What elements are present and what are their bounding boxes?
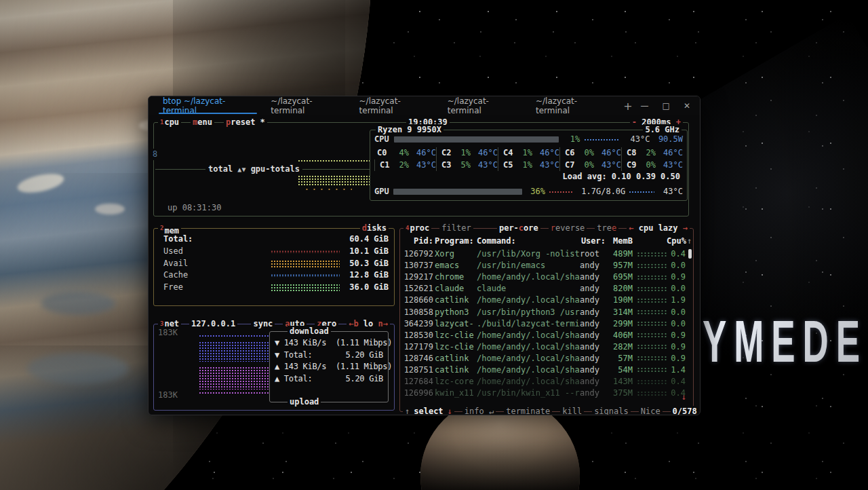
gpu-row: GPU 36% 1.7G/8.0G 43°C [374, 186, 683, 197]
terminal-tab[interactable]: ~/lazycat-terminal [527, 96, 615, 115]
process-row[interactable]: 127179 lzc-clie /home/andy/.local/sha an… [401, 341, 692, 353]
cpu-cell: 0.9 [667, 353, 686, 364]
reverse-toggle[interactable]: reverse [549, 223, 587, 234]
mem-graph [271, 260, 340, 267]
process-row[interactable]: 126996 kwin_x11 /usr/bin/kwin_x11 --r an… [401, 388, 692, 399]
disks-toggle[interactable]: disks [360, 223, 389, 234]
program-cell: catlink [435, 295, 475, 306]
info-button[interactable]: info ↵ [462, 406, 496, 415]
upload-total: ▲ Total:5.20 GiB [275, 373, 383, 385]
sort-selector[interactable]: ← cpu lazy → [627, 223, 690, 234]
core-cell: C5 1% 43°C [498, 159, 559, 172]
filter-button[interactable]: filter [439, 223, 473, 234]
process-row[interactable]: 130858 python3 /usr/bin/python3 /usr and… [401, 306, 692, 318]
proc-panel: 4proc filter per-core reverse tree ← cpu… [399, 228, 694, 412]
program-cell: lazycat- [435, 318, 475, 330]
wallpaper-title: YMEDE [703, 307, 867, 376]
load-average: Load avg: 0.10 0.39 0.50 [563, 171, 680, 183]
tab-label: ~/lazycat-terminal [271, 96, 341, 115]
scrollbar-thumb[interactable] [688, 249, 692, 259]
menu-button[interactable]: menu [191, 117, 214, 128]
program-cell: python3 [435, 307, 475, 318]
cpu-meter [394, 136, 559, 143]
net-interface-switcher[interactable]: ←b lo n→ [347, 318, 390, 330]
scroll-down-icon[interactable]: ↓ [682, 392, 686, 403]
process-row[interactable]: 128660 catlink /home/andy/.local/sha and… [401, 295, 692, 306]
cpu-mini-graph [637, 391, 667, 396]
cpu-total-graph [298, 159, 370, 162]
mem-row-value: 36.0 GiB [340, 282, 389, 293]
signals-button[interactable]: signals [592, 406, 631, 415]
cpu-panel: 1cpu menu preset * 19:00:39 - 2000ms + 8… [153, 122, 689, 216]
cpu-mini-graph [637, 309, 667, 315]
mem-row-value: 12.8 GiB [340, 269, 389, 281]
command-cell: /home/andy/.local/sha [477, 376, 578, 388]
select-control[interactable]: ↑select↓ [403, 406, 454, 415]
pid-cell: 127684 [403, 376, 433, 388]
mem-row: Free 36.0 GiB [154, 282, 394, 294]
command-cell: /home/andy/.local/sha [477, 341, 578, 353]
per-core-toggle[interactable]: per-core [497, 223, 540, 234]
cpu-mini-graph [637, 356, 667, 361]
program-cell: catlink [435, 364, 475, 376]
process-row[interactable]: 152621 claude claude andy 820M 0.0 [401, 283, 692, 295]
preset-button[interactable]: preset * [224, 117, 267, 128]
btop-app: 1cpu menu preset * 19:00:39 - 2000ms + 8… [149, 115, 700, 415]
graph-mode-toggle[interactable]: total ▲▼ gpu-totals [205, 164, 302, 175]
cpu-mini-graph [637, 298, 667, 303]
process-table-header[interactable]: Pid: Program: Command: User: MemB Cpu% ↑ [401, 235, 692, 247]
terminal-tab[interactable]: ~/lazycat-terminal [439, 96, 527, 115]
mem-row-label: Avail [163, 258, 188, 269]
maximize-icon[interactable]: □ [663, 101, 670, 111]
process-row[interactable]: 128746 catlink /home/andy/.local/sha and… [401, 353, 692, 364]
cpu-mini-graph [637, 321, 667, 326]
terminal-tab[interactable]: ~/lazycat-terminal [262, 96, 350, 115]
cpu-mini-graph [637, 252, 667, 257]
mem-row-value: 50.3 GiB [340, 258, 389, 269]
process-row[interactable]: 129217 chrome /home/andy/.local/sha andy… [401, 271, 692, 283]
close-icon[interactable]: ✕ [684, 101, 690, 111]
terminate-button[interactable]: terminate [504, 406, 552, 415]
user-cell: andy [580, 388, 606, 399]
mem-graph [271, 284, 340, 291]
mem-row-label: Cache [163, 269, 188, 281]
tree-toggle[interactable]: tree [595, 223, 618, 234]
net-sync-button[interactable]: sync [251, 318, 275, 330]
terminal-tab[interactable]: btop ~/lazycat-terminal [154, 96, 262, 115]
terminal-tab[interactable]: ~/lazycat-terminal [351, 96, 439, 115]
process-row[interactable]: 128751 catlink /home/andy/.local/sha and… [401, 364, 692, 376]
core-cell: C9 0% 43°C [621, 159, 683, 172]
process-row[interactable]: 127684 lzc-core /home/andy/.local/sha an… [401, 376, 692, 388]
process-row[interactable]: 128530 lzc-clie /home/andy/.local/sha an… [401, 330, 692, 341]
core-cell: C3 5% 43°C [436, 159, 498, 172]
cpu-mini-graph [637, 367, 667, 373]
user-cell: andy [580, 364, 606, 376]
mem-cell: 299M [607, 318, 633, 330]
interval-decrease-button[interactable]: - [632, 117, 637, 127]
gpu-meter [393, 189, 522, 195]
storm-oval [27, 353, 129, 384]
mem-total-row: Total:60.4 GiB [163, 233, 389, 245]
process-table: 126792 Xorg /usr/lib/Xorg -nolist root 4… [401, 248, 692, 399]
process-row[interactable]: 126792 Xorg /usr/lib/Xorg -nolist root 4… [401, 248, 692, 260]
cpu-mini-graph [637, 344, 667, 350]
up-down-arrows-icon[interactable]: ▲▼ [237, 166, 245, 173]
net-interface[interactable]: 127.0.0.1 [189, 318, 237, 330]
program-cell: kwin_x11 [435, 388, 475, 399]
core-cell: C8 2% 46°C [621, 147, 683, 159]
mem-graph [271, 250, 340, 253]
minimize-icon[interactable]: — [641, 101, 649, 111]
net-axis-top: 183K [158, 327, 178, 339]
mem-cell: 314M [607, 307, 633, 318]
select-up-icon: ↑ [405, 406, 410, 415]
user-cell: andy [580, 330, 606, 341]
mem-cell: 695M [607, 271, 633, 283]
user-cell: andy [580, 353, 606, 364]
cpu-cell: 0.0 [667, 260, 686, 271]
kill-button[interactable]: kill [560, 406, 584, 415]
process-row[interactable]: 130737 emacs /usr/bin/emacs andy 957M 0.… [401, 260, 692, 271]
new-tab-button[interactable]: + [615, 96, 640, 115]
process-row[interactable]: 364239 lazycat- ./build/lazycat-termi an… [401, 318, 692, 330]
select-down-icon: ↓ [448, 406, 452, 415]
nice-button[interactable]: Nice [639, 406, 663, 415]
